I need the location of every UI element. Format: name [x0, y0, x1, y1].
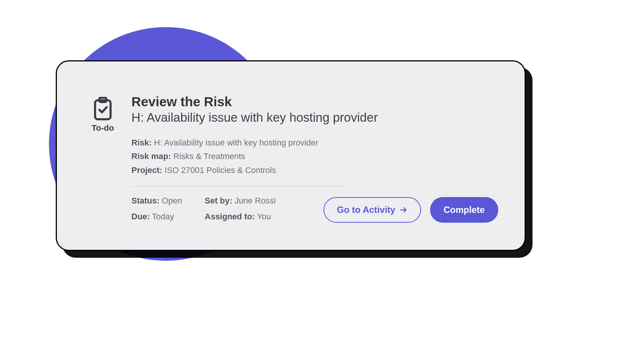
meta-block: Risk: H: Availability issue with key hos… [131, 136, 498, 177]
set-by-label: Set by: [205, 196, 232, 205]
actions: Go to Activity Complete [324, 197, 498, 223]
arrow-right-icon [399, 206, 407, 214]
card-subtitle: H: Availability issue with key hosting p… [131, 110, 498, 125]
meta-risk-map-label: Risk map: [131, 151, 171, 161]
complete-button[interactable]: Complete [430, 197, 498, 223]
due-label: Due: [131, 212, 150, 221]
status-value: Open [162, 196, 182, 205]
assigned-row: Assigned to: You [205, 210, 276, 223]
status-grid: Status: Open Due: Today Set by: June [131, 194, 276, 224]
due-row: Due: Today [131, 210, 182, 223]
assigned-value: You [257, 212, 271, 221]
go-to-activity-label: Go to Activity [337, 205, 395, 215]
meta-project-value: ISO 27001 Policies & Controls [165, 165, 276, 175]
card-content: Review the Risk H: Availability issue wi… [131, 94, 498, 223]
card-title: Review the Risk [131, 94, 498, 110]
status-col-left: Status: Open Due: Today [131, 194, 182, 224]
meta-project-label: Project: [131, 165, 162, 175]
todo-label: To-do [92, 123, 114, 133]
lower-row: Status: Open Due: Today Set by: June [131, 194, 498, 224]
meta-risk-map: Risk map: Risks & Treatments [131, 150, 498, 163]
meta-risk: Risk: H: Availability issue with key hos… [131, 136, 498, 150]
complete-label: Complete [444, 205, 485, 215]
status-col-right: Set by: June Rossi Assigned to: You [205, 194, 276, 224]
clipboard-check-icon [92, 97, 113, 121]
meta-risk-map-value: Risks & Treatments [173, 151, 245, 161]
status-row: Status: Open [131, 194, 182, 208]
meta-risk-label: Risk: [131, 138, 152, 147]
todo-indicator: To-do [90, 94, 116, 223]
status-label: Status: [131, 196, 160, 205]
todo-card: To-do Review the Risk H: Availability is… [56, 60, 526, 251]
divider [131, 186, 342, 187]
go-to-activity-button[interactable]: Go to Activity [324, 197, 421, 223]
meta-risk-value: H: Availability issue with key hosting p… [154, 138, 318, 147]
meta-project: Project: ISO 27001 Policies & Controls [131, 164, 498, 177]
assigned-label: Assigned to: [205, 212, 255, 221]
svg-rect-0 [95, 100, 110, 119]
set-by-value: June Rossi [235, 196, 276, 205]
set-by-row: Set by: June Rossi [205, 194, 276, 208]
due-value: Today [152, 212, 174, 221]
